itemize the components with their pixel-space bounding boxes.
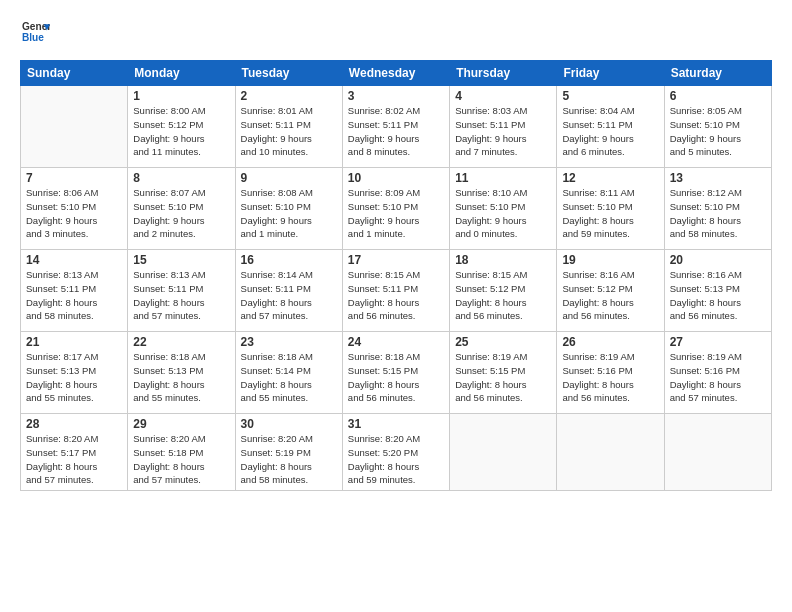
calendar-page: General Blue SundayMondayTuesdayWednesda… xyxy=(0,0,792,612)
calendar-cell: 20Sunrise: 8:16 AMSunset: 5:13 PMDayligh… xyxy=(664,250,771,332)
calendar-cell: 22Sunrise: 8:18 AMSunset: 5:13 PMDayligh… xyxy=(128,332,235,414)
day-info: Sunrise: 8:20 AMSunset: 5:19 PMDaylight:… xyxy=(241,432,337,487)
day-number: 7 xyxy=(26,171,122,185)
calendar-cell: 14Sunrise: 8:13 AMSunset: 5:11 PMDayligh… xyxy=(21,250,128,332)
day-info: Sunrise: 8:18 AMSunset: 5:13 PMDaylight:… xyxy=(133,350,229,405)
day-number: 22 xyxy=(133,335,229,349)
calendar-cell: 29Sunrise: 8:20 AMSunset: 5:18 PMDayligh… xyxy=(128,414,235,491)
header: General Blue xyxy=(20,18,772,50)
calendar-cell: 18Sunrise: 8:15 AMSunset: 5:12 PMDayligh… xyxy=(450,250,557,332)
week-row-5: 28Sunrise: 8:20 AMSunset: 5:17 PMDayligh… xyxy=(21,414,772,491)
day-info: Sunrise: 8:15 AMSunset: 5:12 PMDaylight:… xyxy=(455,268,551,323)
calendar-cell xyxy=(557,414,664,491)
day-number: 24 xyxy=(348,335,444,349)
calendar-cell: 15Sunrise: 8:13 AMSunset: 5:11 PMDayligh… xyxy=(128,250,235,332)
day-number: 25 xyxy=(455,335,551,349)
day-number: 14 xyxy=(26,253,122,267)
day-info: Sunrise: 8:13 AMSunset: 5:11 PMDaylight:… xyxy=(133,268,229,323)
day-info: Sunrise: 8:17 AMSunset: 5:13 PMDaylight:… xyxy=(26,350,122,405)
day-number: 10 xyxy=(348,171,444,185)
day-info: Sunrise: 8:19 AMSunset: 5:16 PMDaylight:… xyxy=(562,350,658,405)
calendar-cell: 28Sunrise: 8:20 AMSunset: 5:17 PMDayligh… xyxy=(21,414,128,491)
week-row-4: 21Sunrise: 8:17 AMSunset: 5:13 PMDayligh… xyxy=(21,332,772,414)
day-info: Sunrise: 8:19 AMSunset: 5:15 PMDaylight:… xyxy=(455,350,551,405)
day-info: Sunrise: 8:11 AMSunset: 5:10 PMDaylight:… xyxy=(562,186,658,241)
calendar-cell xyxy=(21,86,128,168)
day-number: 28 xyxy=(26,417,122,431)
day-info: Sunrise: 8:09 AMSunset: 5:10 PMDaylight:… xyxy=(348,186,444,241)
day-number: 27 xyxy=(670,335,766,349)
day-info: Sunrise: 8:19 AMSunset: 5:16 PMDaylight:… xyxy=(670,350,766,405)
day-number: 12 xyxy=(562,171,658,185)
day-info: Sunrise: 8:10 AMSunset: 5:10 PMDaylight:… xyxy=(455,186,551,241)
calendar-cell: 24Sunrise: 8:18 AMSunset: 5:15 PMDayligh… xyxy=(342,332,449,414)
calendar-cell: 30Sunrise: 8:20 AMSunset: 5:19 PMDayligh… xyxy=(235,414,342,491)
day-info: Sunrise: 8:08 AMSunset: 5:10 PMDaylight:… xyxy=(241,186,337,241)
weekday-header-saturday: Saturday xyxy=(664,61,771,86)
calendar-cell: 17Sunrise: 8:15 AMSunset: 5:11 PMDayligh… xyxy=(342,250,449,332)
day-info: Sunrise: 8:12 AMSunset: 5:10 PMDaylight:… xyxy=(670,186,766,241)
logo-icon: General Blue xyxy=(22,18,50,46)
calendar-cell: 2Sunrise: 8:01 AMSunset: 5:11 PMDaylight… xyxy=(235,86,342,168)
calendar-cell xyxy=(450,414,557,491)
calendar-cell: 16Sunrise: 8:14 AMSunset: 5:11 PMDayligh… xyxy=(235,250,342,332)
day-number: 2 xyxy=(241,89,337,103)
day-info: Sunrise: 8:18 AMSunset: 5:14 PMDaylight:… xyxy=(241,350,337,405)
day-info: Sunrise: 8:16 AMSunset: 5:13 PMDaylight:… xyxy=(670,268,766,323)
calendar-cell: 23Sunrise: 8:18 AMSunset: 5:14 PMDayligh… xyxy=(235,332,342,414)
calendar-cell: 10Sunrise: 8:09 AMSunset: 5:10 PMDayligh… xyxy=(342,168,449,250)
calendar-cell: 5Sunrise: 8:04 AMSunset: 5:11 PMDaylight… xyxy=(557,86,664,168)
day-number: 9 xyxy=(241,171,337,185)
weekday-header-tuesday: Tuesday xyxy=(235,61,342,86)
day-number: 19 xyxy=(562,253,658,267)
day-number: 30 xyxy=(241,417,337,431)
calendar-cell: 1Sunrise: 8:00 AMSunset: 5:12 PMDaylight… xyxy=(128,86,235,168)
day-number: 1 xyxy=(133,89,229,103)
weekday-header-friday: Friday xyxy=(557,61,664,86)
day-info: Sunrise: 8:13 AMSunset: 5:11 PMDaylight:… xyxy=(26,268,122,323)
day-number: 13 xyxy=(670,171,766,185)
calendar-cell: 25Sunrise: 8:19 AMSunset: 5:15 PMDayligh… xyxy=(450,332,557,414)
calendar-cell: 21Sunrise: 8:17 AMSunset: 5:13 PMDayligh… xyxy=(21,332,128,414)
day-number: 8 xyxy=(133,171,229,185)
day-info: Sunrise: 8:20 AMSunset: 5:17 PMDaylight:… xyxy=(26,432,122,487)
calendar-cell: 3Sunrise: 8:02 AMSunset: 5:11 PMDaylight… xyxy=(342,86,449,168)
calendar-cell: 19Sunrise: 8:16 AMSunset: 5:12 PMDayligh… xyxy=(557,250,664,332)
calendar-cell: 26Sunrise: 8:19 AMSunset: 5:16 PMDayligh… xyxy=(557,332,664,414)
day-number: 16 xyxy=(241,253,337,267)
day-number: 17 xyxy=(348,253,444,267)
svg-text:Blue: Blue xyxy=(22,32,44,43)
day-info: Sunrise: 8:20 AMSunset: 5:18 PMDaylight:… xyxy=(133,432,229,487)
calendar-cell: 9Sunrise: 8:08 AMSunset: 5:10 PMDaylight… xyxy=(235,168,342,250)
day-number: 3 xyxy=(348,89,444,103)
calendar-table: SundayMondayTuesdayWednesdayThursdayFrid… xyxy=(20,60,772,491)
weekday-header-monday: Monday xyxy=(128,61,235,86)
calendar-cell: 13Sunrise: 8:12 AMSunset: 5:10 PMDayligh… xyxy=(664,168,771,250)
week-row-1: 1Sunrise: 8:00 AMSunset: 5:12 PMDaylight… xyxy=(21,86,772,168)
day-info: Sunrise: 8:01 AMSunset: 5:11 PMDaylight:… xyxy=(241,104,337,159)
calendar-cell: 31Sunrise: 8:20 AMSunset: 5:20 PMDayligh… xyxy=(342,414,449,491)
day-info: Sunrise: 8:00 AMSunset: 5:12 PMDaylight:… xyxy=(133,104,229,159)
logo: General Blue xyxy=(20,18,50,50)
calendar-cell xyxy=(664,414,771,491)
week-row-3: 14Sunrise: 8:13 AMSunset: 5:11 PMDayligh… xyxy=(21,250,772,332)
day-number: 6 xyxy=(670,89,766,103)
day-info: Sunrise: 8:15 AMSunset: 5:11 PMDaylight:… xyxy=(348,268,444,323)
day-number: 4 xyxy=(455,89,551,103)
calendar-cell: 11Sunrise: 8:10 AMSunset: 5:10 PMDayligh… xyxy=(450,168,557,250)
day-info: Sunrise: 8:16 AMSunset: 5:12 PMDaylight:… xyxy=(562,268,658,323)
day-number: 5 xyxy=(562,89,658,103)
day-info: Sunrise: 8:14 AMSunset: 5:11 PMDaylight:… xyxy=(241,268,337,323)
day-info: Sunrise: 8:18 AMSunset: 5:15 PMDaylight:… xyxy=(348,350,444,405)
calendar-cell: 7Sunrise: 8:06 AMSunset: 5:10 PMDaylight… xyxy=(21,168,128,250)
weekday-header-row: SundayMondayTuesdayWednesdayThursdayFrid… xyxy=(21,61,772,86)
day-number: 23 xyxy=(241,335,337,349)
day-info: Sunrise: 8:04 AMSunset: 5:11 PMDaylight:… xyxy=(562,104,658,159)
calendar-cell: 6Sunrise: 8:05 AMSunset: 5:10 PMDaylight… xyxy=(664,86,771,168)
calendar-cell: 8Sunrise: 8:07 AMSunset: 5:10 PMDaylight… xyxy=(128,168,235,250)
day-number: 29 xyxy=(133,417,229,431)
weekday-header-wednesday: Wednesday xyxy=(342,61,449,86)
day-info: Sunrise: 8:05 AMSunset: 5:10 PMDaylight:… xyxy=(670,104,766,159)
day-info: Sunrise: 8:07 AMSunset: 5:10 PMDaylight:… xyxy=(133,186,229,241)
day-number: 15 xyxy=(133,253,229,267)
